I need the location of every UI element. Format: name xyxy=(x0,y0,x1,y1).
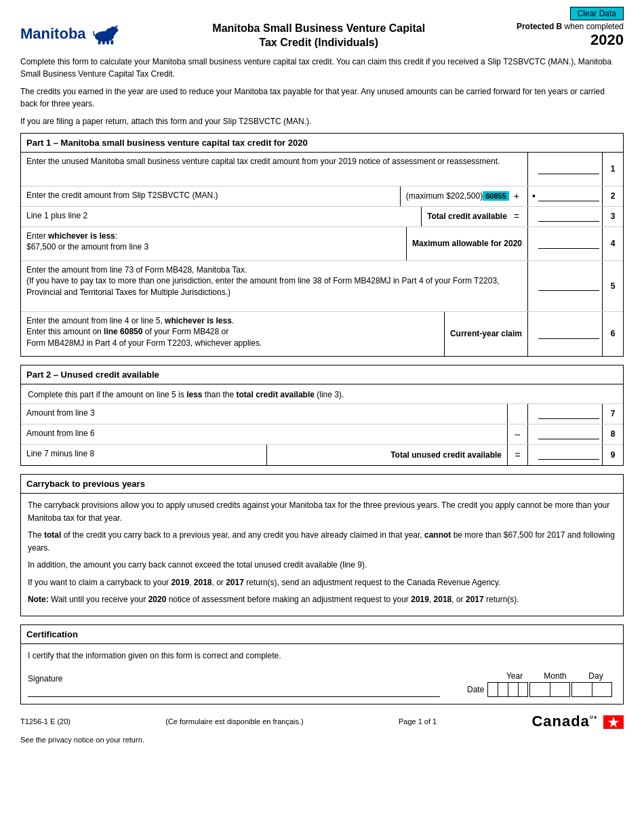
row4-desc: Enter whichever is less: $67,500 or the … xyxy=(21,227,407,260)
row4-middle: Maximum allowable for 2020 xyxy=(407,227,528,260)
when-completed-label: when completed xyxy=(565,22,624,31)
line6-field[interactable] xyxy=(538,329,599,339)
part2-header: Part 2 – Unused credit available xyxy=(21,365,623,384)
table-row: Amount from line 3 7 xyxy=(21,404,623,424)
month-cell-1[interactable] xyxy=(530,683,550,696)
row8-number: 8 xyxy=(603,424,623,444)
row3-middle: Total credit available = xyxy=(422,207,528,226)
line2-field[interactable] xyxy=(538,191,599,201)
intro-para3: If you are filing a paper return, attach… xyxy=(20,115,624,127)
day-header: Day xyxy=(576,671,616,681)
row4-input[interactable] xyxy=(528,227,603,260)
row1-input[interactable] xyxy=(528,153,603,186)
svg-point-3 xyxy=(110,26,115,31)
line9-field[interactable] xyxy=(538,450,599,460)
tax-year: 2020 xyxy=(517,31,624,49)
protected-b-label: Protected B xyxy=(517,22,562,31)
svg-rect-7 xyxy=(110,40,113,44)
carryback-content: The carryback provisions allow you to ap… xyxy=(21,494,623,616)
intro-para1: Complete this form to calculate your Man… xyxy=(20,56,624,80)
part1-header: Part 1 – Manitoba small business venture… xyxy=(21,134,623,153)
carryback-para2: The total of the credit you carry back t… xyxy=(28,529,616,555)
row2-input[interactable]: • xyxy=(528,186,603,206)
line1-field[interactable] xyxy=(538,164,599,174)
row5-input[interactable] xyxy=(528,261,603,311)
clear-data-button[interactable]: Clear Data xyxy=(570,7,624,20)
month-cell-2[interactable] xyxy=(550,683,570,696)
signature-label: Signature xyxy=(28,674,440,683)
row8-input[interactable] xyxy=(528,424,603,444)
year-box[interactable] xyxy=(487,682,528,697)
cert-content: I certify that the information given on … xyxy=(21,644,623,704)
signature-line xyxy=(28,685,440,697)
day-cell-1[interactable] xyxy=(572,683,592,696)
year-cell-3[interactable] xyxy=(508,683,519,696)
cert-text: I certify that the information given on … xyxy=(28,651,616,660)
carryback-para4: If you want to claim a carryback to your… xyxy=(28,576,616,589)
row9-desc: Line 7 minus line 8 xyxy=(21,445,267,465)
line3-field[interactable] xyxy=(538,212,599,222)
line7-field[interactable] xyxy=(538,409,599,419)
dot-operator: • xyxy=(532,191,536,201)
year-cell-2[interactable] xyxy=(498,683,508,696)
canada-logo: Canadaᵁᵃ xyxy=(531,713,624,730)
row9-number: 9 xyxy=(603,445,623,465)
row7-number: 7 xyxy=(603,404,623,424)
table-row: Enter the unused Manitoba small business… xyxy=(21,153,623,186)
row6-desc: Enter the amount from line 4 or line 5, … xyxy=(21,312,445,356)
row7-input[interactable] xyxy=(528,404,603,424)
form-code: T1256-1 E (20) xyxy=(20,717,71,726)
day-cell-2[interactable] xyxy=(592,683,612,696)
carryback-section: Carryback to previous years The carrybac… xyxy=(20,474,624,616)
row8-desc: Amount from line 6 xyxy=(21,424,508,444)
row9-input[interactable] xyxy=(528,445,603,465)
carryback-para1: The carryback provisions allow you to ap… xyxy=(28,499,616,525)
row4-number: 4 xyxy=(603,227,623,260)
signature-area: Signature xyxy=(28,674,440,697)
part2-intro: Complete this part if the amount on line… xyxy=(21,384,623,404)
table-row: Enter the credit amount from Slip T2SBVC… xyxy=(21,186,623,207)
svg-rect-8 xyxy=(603,715,609,729)
part2-section: Part 2 – Unused credit available Complet… xyxy=(20,365,624,466)
certification-section: Certification I certify that the informa… xyxy=(20,624,624,704)
bison-icon xyxy=(87,22,121,45)
year-header: Year xyxy=(494,671,535,681)
carryback-header: Carryback to previous years xyxy=(21,475,623,494)
protected-b-area: Protected B when completed 2020 xyxy=(517,22,624,49)
year-cell-4[interactable] xyxy=(519,683,528,696)
carryback-note: Note: Wait until you receive your 2020 n… xyxy=(28,593,616,606)
svg-rect-11 xyxy=(618,715,624,729)
row1-number: 1 xyxy=(603,153,623,186)
line8-field[interactable] xyxy=(538,429,599,439)
table-row: Line 1 plus line 2 Total credit availabl… xyxy=(21,207,623,227)
day-box[interactable] xyxy=(571,682,612,697)
row3-input[interactable] xyxy=(528,207,603,226)
logo-area: Manitoba xyxy=(20,22,121,45)
equals-operator: = xyxy=(514,211,519,222)
svg-rect-6 xyxy=(106,41,109,44)
manitoba-text: Manitoba xyxy=(20,25,86,43)
row2-middle: (maximum $202,500) 60855 + xyxy=(401,186,528,206)
row9-total-label: Total unused credit available xyxy=(267,445,508,465)
french-note: (Ce formulaire est disponible en françai… xyxy=(165,717,304,726)
row6-input[interactable] xyxy=(528,312,603,356)
row3-desc: Line 1 plus line 2 xyxy=(21,207,422,226)
line5-field[interactable] xyxy=(538,281,599,291)
row7-desc: Amount from line 3 xyxy=(21,404,508,424)
privacy-note: See the privacy notice on your return. xyxy=(20,736,624,744)
certification-header: Certification xyxy=(21,625,623,644)
intro-para2: The credits you earned in the year are u… xyxy=(20,85,624,110)
row1-desc: Enter the unused Manitoba small business… xyxy=(21,153,528,186)
row6-middle: Current-year claim xyxy=(445,312,528,356)
max-label: (maximum $202,500) xyxy=(406,191,483,201)
row7-symbol xyxy=(508,404,528,424)
line4-field[interactable] xyxy=(538,239,599,249)
field-60855-label: 60855 xyxy=(483,191,509,201)
trademark-symbol: ᵁᵃ xyxy=(590,715,597,722)
date-label: Date xyxy=(467,685,484,694)
svg-rect-4 xyxy=(98,40,100,44)
month-box[interactable] xyxy=(529,682,570,697)
month-header: Month xyxy=(535,671,576,681)
row5-desc: Enter the amount from line 73 of Form MB… xyxy=(21,261,528,311)
year-cell-1[interactable] xyxy=(488,683,498,696)
